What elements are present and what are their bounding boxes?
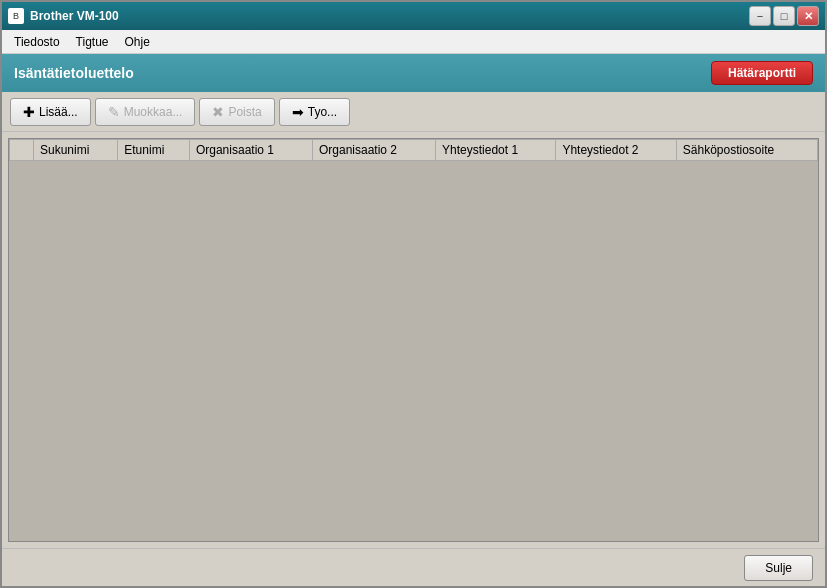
- import-icon: ➡: [292, 104, 304, 120]
- menu-bar: Tiedosto Tigtue Ohje: [2, 30, 825, 54]
- col-checkbox: [10, 140, 34, 161]
- menu-tigtue[interactable]: Tigtue: [68, 33, 117, 51]
- window-controls: − □ ✕: [749, 6, 819, 26]
- col-yhteystiedot2: Yhteystiedot 2: [556, 140, 676, 161]
- add-button[interactable]: ✚ Lisää...: [10, 98, 91, 126]
- col-org1: Organisaatio 1: [189, 140, 312, 161]
- col-etunimi: Etunimi: [118, 140, 190, 161]
- col-org2: Organisaatio 2: [313, 140, 436, 161]
- title-bar: B Brother VM-100 − □ ✕: [2, 2, 825, 30]
- import-label: Tyo...: [308, 105, 337, 119]
- footer: Sulje: [2, 548, 825, 586]
- page-title: Isäntätietoluettelo: [14, 65, 711, 81]
- app-icon: B: [8, 8, 24, 24]
- add-label: Lisää...: [39, 105, 78, 119]
- col-sukunimi: Sukunimi: [34, 140, 118, 161]
- toolbar: ✚ Lisää... ✎ Muokkaa... ✖ Poista ➡ Tyo..…: [2, 92, 825, 132]
- minimize-button[interactable]: −: [749, 6, 771, 26]
- header-bar: Isäntätietoluettelo Hätäraportti: [2, 54, 825, 92]
- menu-ohje[interactable]: Ohje: [117, 33, 158, 51]
- edit-button[interactable]: ✎ Muokkaa...: [95, 98, 196, 126]
- table-container[interactable]: Sukunimi Etunimi Organisaatio 1 Organisa…: [8, 138, 819, 542]
- col-email: Sähköpostiosoite: [676, 140, 817, 161]
- table-header-row: Sukunimi Etunimi Organisaatio 1 Organisa…: [10, 140, 818, 161]
- delete-icon: ✖: [212, 104, 224, 120]
- close-window-button[interactable]: ✕: [797, 6, 819, 26]
- maximize-button[interactable]: □: [773, 6, 795, 26]
- menu-tiedosto[interactable]: Tiedosto: [6, 33, 68, 51]
- edit-label: Muokkaa...: [124, 105, 183, 119]
- data-table: Sukunimi Etunimi Organisaatio 1 Organisa…: [9, 139, 818, 161]
- hata-raportti-button[interactable]: Hätäraportti: [711, 61, 813, 85]
- delete-label: Poista: [228, 105, 261, 119]
- edit-icon: ✎: [108, 104, 120, 120]
- close-button[interactable]: Sulje: [744, 555, 813, 581]
- delete-button[interactable]: ✖ Poista: [199, 98, 274, 126]
- col-yhteystiedot1: Yhteystiedot 1: [436, 140, 556, 161]
- main-window: B Brother VM-100 − □ ✕ Tiedosto Tigtue O…: [0, 0, 827, 588]
- window-title: Brother VM-100: [30, 9, 743, 23]
- content-area: Sukunimi Etunimi Organisaatio 1 Organisa…: [2, 132, 825, 548]
- import-button[interactable]: ➡ Tyo...: [279, 98, 350, 126]
- add-icon: ✚: [23, 104, 35, 120]
